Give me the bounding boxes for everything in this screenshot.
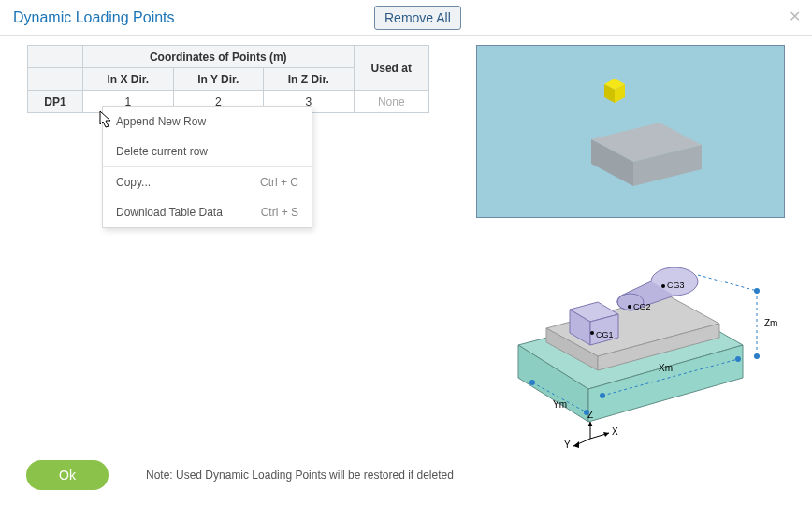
menu-shortcut: Ctrl + C (260, 176, 298, 189)
close-icon[interactable]: ✕ (789, 7, 801, 25)
menu-label: Download Table Data (116, 206, 223, 219)
footer-note: Note: Used Dynamic Loading Points will b… (146, 469, 454, 482)
menu-label: Copy... (116, 176, 151, 189)
menu-label: Delete current row (116, 145, 208, 158)
context-menu: Append New Row Delete current row Copy..… (102, 106, 312, 228)
yellow-cube-icon (599, 77, 631, 108)
dialog-title: Dynamic Loading Points (13, 9, 175, 26)
footer: Ok Note: Used Dynamic Loading Points wil… (0, 460, 812, 490)
menu-download[interactable]: Download Table Data Ctrl + S (103, 197, 312, 227)
svg-text:CG1: CG1 (596, 330, 614, 339)
viewport-3d[interactable] (476, 45, 785, 218)
svg-point-30 (600, 393, 605, 398)
grey-slab-icon (571, 119, 711, 198)
titlebar: Dynamic Loading Points Remove All ✕ (0, 0, 812, 36)
svg-point-34 (529, 380, 535, 385)
remove-all-button[interactable]: Remove All (374, 6, 461, 30)
menu-shortcut: Ctrl + S (261, 206, 298, 219)
header-z: In Z Dir. (264, 68, 355, 91)
svg-point-26 (754, 288, 760, 294)
header-x: In X Dir. (82, 68, 173, 91)
ok-button[interactable]: Ok (26, 460, 109, 490)
coordinates-table[interactable]: Coordinates of Points (m) Used at In X D… (27, 45, 429, 113)
group-header: Coordinates of Points (m) (82, 46, 354, 68)
corner-cell (28, 46, 83, 68)
menu-label: Append New Row (116, 115, 206, 128)
corner-cell-2 (28, 68, 83, 91)
svg-point-18 (590, 331, 594, 335)
svg-text:Z: Z (587, 410, 593, 420)
svg-text:Xm: Xm (659, 363, 673, 373)
menu-copy[interactable]: Copy... Ctrl + C (103, 167, 312, 197)
svg-point-31 (735, 356, 741, 362)
header-y: In Y Dir. (173, 68, 264, 91)
reference-diagram: CG1 CG2 CG3 Zm Xm Ym (476, 225, 785, 454)
header-used: Used at (354, 46, 428, 91)
svg-text:Y: Y (564, 440, 571, 450)
row-label: DP1 (28, 91, 83, 113)
svg-point-27 (754, 354, 760, 359)
svg-point-20 (628, 305, 631, 309)
svg-marker-38 (587, 422, 593, 426)
cell-used: None (354, 91, 428, 113)
svg-text:X: X (612, 426, 618, 437)
svg-line-24 (698, 275, 757, 291)
svg-text:CG2: CG2 (633, 302, 651, 311)
menu-delete-row[interactable]: Delete current row (103, 137, 312, 166)
svg-text:Ym: Ym (553, 399, 567, 410)
svg-point-22 (661, 284, 665, 288)
menu-append-row[interactable]: Append New Row (103, 107, 312, 137)
svg-text:Zm: Zm (764, 318, 777, 328)
svg-text:CG3: CG3 (667, 281, 685, 290)
svg-marker-44 (573, 441, 579, 448)
